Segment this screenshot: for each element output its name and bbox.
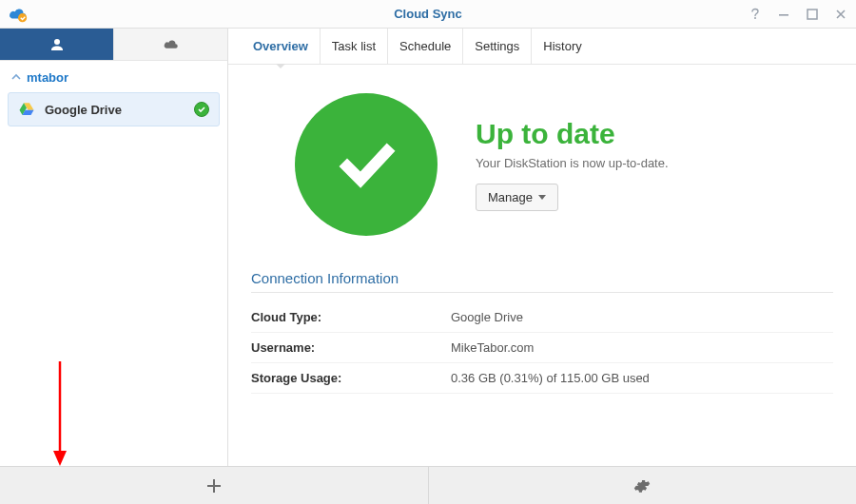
status-subline: Your DiskStation is now up-to-date. — [476, 156, 669, 170]
window-title: Cloud Sync — [0, 7, 856, 21]
google-drive-icon — [18, 101, 35, 118]
tab-history[interactable]: History — [531, 29, 593, 64]
settings-button[interactable] — [429, 467, 857, 504]
sidebar-user-group[interactable]: mtabor — [0, 61, 227, 90]
cloud-type-value: Google Drive — [451, 310, 523, 324]
chevron-down-icon — [538, 195, 546, 200]
tab-overview[interactable]: Overview — [242, 29, 320, 64]
row-username: Username: MikeTabor.com — [251, 333, 833, 363]
row-cloud-type: Cloud Type: Google Drive — [251, 302, 833, 333]
svg-rect-2 — [779, 14, 788, 16]
tab-tasklist[interactable]: Task list — [320, 29, 387, 64]
title-bar: Cloud Sync — [0, 0, 856, 29]
storage-label: Storage Usage: — [251, 371, 451, 385]
sidebar-tab-cloud[interactable] — [113, 29, 227, 61]
user-icon — [49, 36, 66, 53]
minimize-icon[interactable] — [776, 7, 791, 22]
main-panel: Overview Task list Schedule Settings His… — [228, 29, 856, 466]
bottom-toolbar — [0, 466, 856, 504]
sidebar-user-label: mtabor — [27, 70, 68, 85]
status-text: Up to date Your DiskStation is now up-to… — [476, 118, 669, 211]
username-value: MikeTabor.com — [451, 340, 534, 355]
sidebar-tab-user[interactable] — [0, 29, 113, 61]
gear-icon — [633, 477, 651, 494]
cloud-icon — [163, 36, 180, 53]
connection-info-heading: Connection Information — [251, 270, 833, 293]
row-storage: Storage Usage: 0.36 GB (0.31%) of 115.00… — [251, 363, 833, 394]
help-icon[interactable] — [748, 7, 763, 22]
status-ok-icon — [194, 102, 209, 117]
main-tabs: Overview Task list Schedule Settings His… — [228, 29, 856, 65]
tab-schedule[interactable]: Schedule — [387, 29, 462, 64]
status-circle-ok-icon — [295, 93, 438, 236]
manage-button-label: Manage — [488, 190, 533, 204]
sidebar-tabs — [0, 29, 227, 61]
window-controls — [748, 7, 848, 22]
svg-point-1 — [754, 17, 756, 19]
storage-value: 0.36 GB (0.31%) of 115.00 GB used — [451, 371, 650, 385]
svg-rect-3 — [807, 10, 817, 19]
username-label: Username: — [251, 340, 451, 355]
chevron-up-icon — [11, 72, 21, 84]
add-connection-button[interactable] — [0, 467, 429, 504]
sidebar-connection-label: Google Drive — [45, 103, 185, 117]
status-headline: Up to date — [476, 118, 669, 150]
sidebar: mtabor Google Drive — [0, 29, 228, 466]
cloud-type-label: Cloud Type: — [251, 310, 451, 324]
close-icon[interactable] — [833, 7, 848, 22]
tab-settings[interactable]: Settings — [462, 29, 531, 64]
plus-icon — [205, 477, 223, 494]
manage-button[interactable]: Manage — [476, 184, 558, 211]
connection-info-section: Connection Information Cloud Type: Googl… — [228, 270, 856, 394]
maximize-icon[interactable] — [805, 7, 820, 22]
sidebar-connection-item[interactable]: Google Drive — [8, 92, 220, 126]
sync-status-area: Up to date Your DiskStation is now up-to… — [228, 65, 856, 270]
